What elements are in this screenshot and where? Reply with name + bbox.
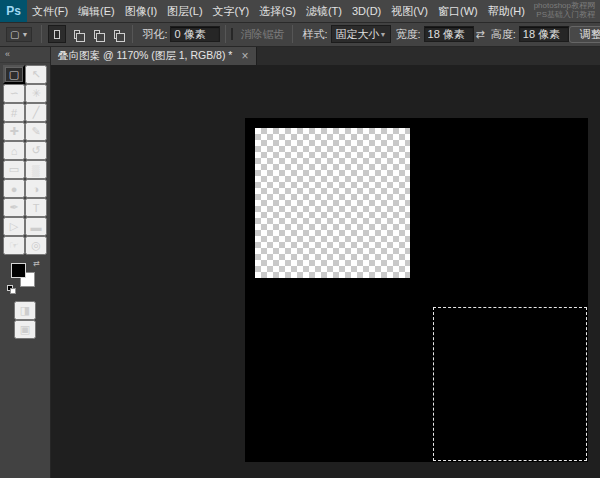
selection-marquee[interactable] [433,307,587,461]
menu-item[interactable]: 窗口(W) [433,0,483,22]
hand-tool-icon[interactable]: ☞ [3,236,25,255]
menu-item[interactable]: 文字(Y) [208,0,255,22]
move-tool-icon[interactable]: ↖ [25,65,47,84]
menu-item[interactable]: 滤镜(T) [301,0,347,22]
style-value: 固定大小 [336,27,380,42]
menu-item[interactable]: 文件(F) [27,0,73,22]
dodge-tool-icon[interactable]: ◑ [25,179,47,198]
menu-item[interactable]: 视图(V) [386,0,433,22]
menu-item[interactable]: 图层(L) [162,0,207,22]
width-input[interactable] [424,26,474,42]
ps-logo: Ps [0,0,27,22]
menu-item[interactable]: 帮助(H) [483,0,530,22]
color-swatches: ⇄ [11,263,37,291]
gradient-tool-icon[interactable]: ▒ [25,160,47,179]
feather-label: 羽化: [142,27,167,42]
photoshop-window: Ps 文件(F)编辑(E)图像(I)图层(L)文字(Y)选择(S)滤镜(T)3D… [0,0,600,478]
pen-tool-icon[interactable]: ✒ [3,198,25,217]
watermark-text: photoshop教程网 PS基础入门教程 [534,1,595,19]
shape-tool-icon[interactable]: ▬ [25,217,47,236]
type-tool-icon[interactable]: T [25,198,47,217]
watermark-line1: photoshop教程网 [534,1,595,10]
clone-stamp-tool-icon[interactable]: ⌂ [3,141,25,160]
brush-tool-icon[interactable]: ✎ [25,122,47,141]
tool-buttons: ▢↖∽✳#╱✚✎⌂↺▭▒●◑✒T▷▬☞◎ [0,65,50,255]
swap-dimensions-icon[interactable]: ⇄ [474,28,487,41]
style-label: 样式: [302,27,327,42]
zoom-tool-icon[interactable]: ◎ [25,236,47,255]
eyedropper-tool-icon[interactable]: ╱ [25,103,47,122]
watermark-line2: PS基础入门教程 [534,10,595,19]
history-brush-tool-icon[interactable]: ↺ [25,141,47,160]
close-icon[interactable]: × [241,50,248,62]
healing-brush-tool-icon[interactable]: ✚ [3,122,25,141]
add-to-selection-mode-button[interactable] [68,25,86,43]
subtract-from-selection-mode-button[interactable] [88,25,106,43]
quick-mask-mode-icon[interactable]: ◨ [14,301,36,320]
canvas-workspace [50,65,600,478]
separator [225,25,226,43]
crop-tool-icon[interactable]: # [3,103,25,122]
intersect-selection-mode-button[interactable] [108,25,126,43]
new-selection-mode-button[interactable] [48,25,66,43]
height-label: 高度: [491,27,516,42]
foreground-color-swatch[interactable] [11,263,26,278]
toolbar-extra-buttons: ◨▣ [0,301,50,339]
antialias-checkbox[interactable] [231,28,233,40]
menu-items: 文件(F)编辑(E)图像(I)图层(L)文字(Y)选择(S)滤镜(T)3D(D)… [27,0,530,22]
separator [41,25,42,43]
rectangular-marquee-tool-icon[interactable]: ▢ [3,65,25,84]
lasso-tool-icon[interactable]: ∽ [3,84,25,103]
style-select[interactable]: 固定大小 ▼ [331,25,392,43]
eraser-tool-icon[interactable]: ▭ [3,160,25,179]
document-canvas[interactable] [245,118,588,462]
separator [132,25,133,43]
swap-colors-icon[interactable]: ⇄ [33,259,40,268]
collapse-icon: « [5,49,10,59]
menu-item[interactable]: 选择(S) [254,0,301,22]
document-tab[interactable]: 叠向图案 @ 1170% (图层 1, RGB/8) * × [50,46,257,65]
menu-item[interactable]: 图像(I) [120,0,162,22]
marquee-preset-icon: ▢ [10,29,19,40]
screen-mode-icon[interactable]: ▣ [14,320,36,339]
width-label: 宽度: [395,27,420,42]
height-input[interactable] [519,26,569,42]
chevron-down-icon: ▼ [380,31,387,38]
menu-bar: Ps 文件(F)编辑(E)图像(I)图层(L)文字(Y)选择(S)滤镜(T)3D… [0,0,600,23]
refine-edge-button[interactable]: 调整边缘… [569,26,600,43]
document-tab-bar: 叠向图案 @ 1170% (图层 1, RGB/8) * × [50,46,600,65]
separator [292,25,293,43]
tool-options-bar: ▢ ▼ 羽化: 消除锯齿 样式: 固定大小 ▼ 宽度: [0,22,600,47]
antialias-label: 消除锯齿 [240,27,284,42]
default-colors-icon[interactable] [7,285,15,293]
tools-panel: « ▢↖∽✳#╱✚✎⌂↺▭▒●◑✒T▷▬☞◎ ⇄ ◨▣ [0,46,51,478]
menu-item[interactable]: 3D(D) [347,0,386,22]
new-selection-icon [54,30,60,39]
blur-tool-icon[interactable]: ● [3,179,25,198]
menu-item[interactable]: 编辑(E) [73,0,120,22]
feather-input[interactable] [170,26,220,42]
tools-panel-collapse[interactable]: « [0,46,50,63]
quick-selection-tool-icon[interactable]: ✳ [25,84,47,103]
document-tab-title: 叠向图案 @ 1170% (图层 1, RGB/8) * [58,49,232,63]
path-selection-tool-icon[interactable]: ▷ [3,217,25,236]
chevron-down-icon: ▼ [21,31,28,38]
transparent-layer-region [255,128,410,278]
tool-preset-picker[interactable]: ▢ ▼ [6,27,32,42]
